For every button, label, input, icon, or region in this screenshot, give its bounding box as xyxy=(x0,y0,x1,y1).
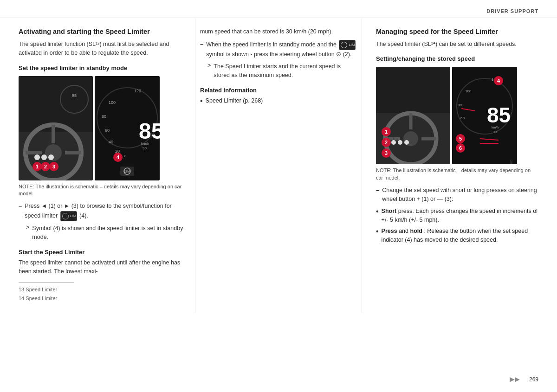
svg-text:60: 60 xyxy=(460,116,465,120)
svg-text:85: 85 xyxy=(487,103,511,127)
svg-text:2: 2 xyxy=(385,140,388,145)
svg-text:4: 4 xyxy=(497,78,500,84)
svg-text:90: 90 xyxy=(142,146,147,150)
left-para2: The speed limiter cannot be activated un… xyxy=(19,258,186,276)
right-illustration: 1 2 3 100 120 80 60 xyxy=(376,67,538,164)
footnote-13: 13 Speed Limiter xyxy=(19,286,186,294)
right-intro: The speed limiter (SL¹⁴) can be set to d… xyxy=(376,40,538,49)
svg-text:LIM: LIM xyxy=(124,169,130,174)
dash-symbol-2: – xyxy=(200,40,203,47)
right-dash-item: – Change the set speed with short or lon… xyxy=(376,186,538,204)
right-section-title: Managing speed for the Speed Limiter xyxy=(376,27,538,36)
svg-point-7 xyxy=(34,154,40,160)
subsection1-title: Set the speed limiter in standby mode xyxy=(19,64,186,71)
header-title: DRIVER SUPPORT xyxy=(486,8,538,14)
nav-arrows: ▶▶ xyxy=(510,375,520,383)
svg-rect-36 xyxy=(376,67,450,113)
right-subsection-title: Setting/changing the stored speed xyxy=(376,55,538,62)
related-info-title: Related information xyxy=(200,87,357,94)
svg-text:km/h: km/h xyxy=(492,126,499,129)
short-label: Short xyxy=(382,208,397,214)
right-bullet-text-2: Press and hold : Release the button when… xyxy=(382,227,538,245)
svg-text:80: 80 xyxy=(458,103,462,107)
svg-text:5: 5 xyxy=(459,136,462,141)
svg-text:60: 60 xyxy=(105,128,110,133)
right-bullet-item-1: • Short press: Each press changes the sp… xyxy=(376,207,538,225)
gt-item-2: > The Speed Limiter starts and the curre… xyxy=(207,62,357,80)
svg-point-43 xyxy=(398,140,402,145)
steering-wheel-image: 1 2 3 85 xyxy=(19,76,93,180)
related-text-1: Speed Limiter (p. 268) xyxy=(206,96,263,105)
svg-text:6: 6 xyxy=(459,145,462,151)
svg-point-9 xyxy=(48,154,54,160)
left-section-title: Activating and starting the Speed Limite… xyxy=(19,27,186,36)
svg-text:0: 0 xyxy=(124,154,127,158)
right-column: Managing speed for the Speed Limiter The… xyxy=(367,18,543,313)
svg-text:85: 85 xyxy=(139,119,160,143)
gt-symbol-1: > xyxy=(26,224,29,231)
bullet-dot-r2: • xyxy=(376,227,379,236)
right-bullet-list: • Short press: Each press changes the sp… xyxy=(376,207,538,245)
gt-item-1: > Symbol (4) is shown and the speed limi… xyxy=(26,224,186,242)
svg-point-44 xyxy=(404,140,409,145)
right-bullet-text-1: Short press: Each press changes the spee… xyxy=(382,207,538,225)
left-column: Activating and starting the Speed Limite… xyxy=(14,18,190,313)
middle-column: mum speed that can be stored is 30 km/h … xyxy=(195,18,362,313)
svg-text:1: 1 xyxy=(36,164,39,169)
svg-text:1: 1 xyxy=(385,129,388,135)
continued-text: mum speed that can be stored is 30 km/h … xyxy=(200,27,357,36)
right-steering-wheel-image: 1 2 3 xyxy=(376,67,450,164)
svg-point-8 xyxy=(41,154,47,160)
page-number: 269 xyxy=(529,376,538,383)
svg-text:G001829: G001829 xyxy=(510,160,513,164)
right-dash-text: Change the set speed with short or long … xyxy=(382,186,538,204)
content-area: Activating and starting the Speed Limite… xyxy=(0,18,557,313)
svg-text:3: 3 xyxy=(52,164,55,169)
bullet-dot-r1: • xyxy=(376,207,379,216)
dash-text-1: Press ◄ (1) or ► (3) to browse to the sy… xyxy=(25,202,186,221)
svg-text:120: 120 xyxy=(134,89,141,93)
svg-text:100: 100 xyxy=(109,100,116,105)
right-dash-symbol: – xyxy=(376,186,379,193)
press-label: Press xyxy=(382,228,397,234)
footnote-14: 14 Speed Limiter xyxy=(19,295,186,302)
dash-text-2: When the speed limiter is in standby mod… xyxy=(206,40,357,59)
hold-label: hold xyxy=(410,228,422,234)
svg-text:40: 40 xyxy=(109,140,113,144)
svg-text:100: 100 xyxy=(465,89,472,93)
svg-text:2: 2 xyxy=(44,164,47,169)
gt-symbol-2: > xyxy=(207,62,211,69)
right-bullet-item-2: • Press and hold : Release the button wh… xyxy=(376,227,538,245)
gt-text-1: Symbol (4) is shown and the speed limite… xyxy=(32,224,186,242)
related-item-1: • Speed Limiter (p. 268) xyxy=(200,96,357,105)
footnote-divider xyxy=(19,283,74,283)
and-text: and xyxy=(399,228,410,234)
dash-item-2: – When the speed limiter is in standby m… xyxy=(200,40,357,59)
subsection2-title: Start the Speed Limiter xyxy=(19,249,186,256)
svg-text:85: 85 xyxy=(72,93,77,98)
svg-point-42 xyxy=(391,140,396,145)
speedometer-image: 100 120 80 60 40 20 0 85 km/h 90 4 xyxy=(95,76,160,180)
right-speedometer-image: 100 120 80 60 85 km/h 90 4 xyxy=(452,67,517,164)
related-info-list: • Speed Limiter (p. 268) xyxy=(200,96,357,105)
page-header: DRIVER SUPPORT xyxy=(0,0,557,18)
short-text: press: Each press changes the speed in i… xyxy=(382,208,538,223)
left-intro: The speed limiter function (SL¹³) must f… xyxy=(19,40,186,58)
right-note: NOTE: The illustration is schematic – de… xyxy=(376,167,538,181)
gt-text-2: The Speed Limiter starts and the current… xyxy=(214,62,357,80)
svg-text:90: 90 xyxy=(493,130,497,134)
svg-text:80: 80 xyxy=(102,114,106,119)
left-illustration: 1 2 3 85 xyxy=(19,76,186,180)
bullet-dot-1: • xyxy=(200,96,203,105)
svg-text:km/h: km/h xyxy=(141,141,149,146)
dash-item-1: – Press ◄ (1) or ► (3) to browse to the … xyxy=(19,202,186,221)
left-note: NOTE: The illustration is schematic – de… xyxy=(19,183,186,198)
dash-symbol-1: – xyxy=(19,202,22,209)
svg-text:3: 3 xyxy=(385,150,388,156)
svg-text:4: 4 xyxy=(117,154,120,160)
